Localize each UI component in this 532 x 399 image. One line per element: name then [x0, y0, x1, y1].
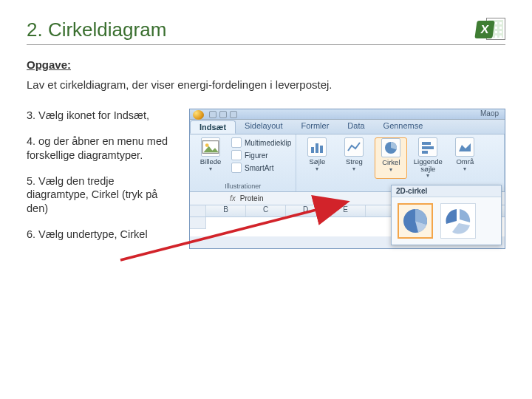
step-4: 4. og der åbner en menu med forskellige …: [27, 134, 174, 163]
step-5: 5. Vælg den tredje diagramtype, Cirkel (…: [27, 174, 174, 216]
pie-subtype-cirkel[interactable]: [398, 203, 433, 239]
svg-rect-7: [422, 146, 434, 149]
pie-gallery: 2D-cirkel: [391, 185, 502, 245]
svg-point-1: [205, 143, 209, 147]
svg-rect-8: [422, 151, 428, 154]
smartart-icon: [231, 163, 242, 173]
fx-icon[interactable]: fx: [225, 194, 240, 202]
group-charts: Søjle▾ Streg▾ Cirkel▾ Liggende søjl: [296, 134, 505, 191]
gallery-header: 2D-cirkel: [392, 185, 501, 197]
ribbon: Billede ▾ Multimedieklip Figurer SmartAr…: [190, 134, 505, 192]
step-3: 3. Vælg ikonet for Indsæt,: [27, 109, 174, 123]
btn-smartart[interactable]: SmartArt: [231, 163, 291, 173]
btn-billede[interactable]: Billede ▾: [194, 137, 227, 173]
tab-indsaet[interactable]: Indsæt: [190, 120, 236, 134]
chevron-down-icon: ▾: [209, 166, 212, 172]
tab-formler[interactable]: Formler: [292, 120, 338, 134]
picture-icon: [201, 137, 220, 157]
excel-logo: X: [479, 16, 505, 43]
tab-gennemse[interactable]: Gennemse: [375, 120, 433, 134]
btn-figurer[interactable]: Figurer: [231, 150, 291, 160]
btn-chart-streg[interactable]: Streg▾: [338, 137, 370, 179]
group-illustrations: Billede ▾ Multimedieklip Figurer SmartAr…: [190, 134, 296, 191]
ribbon-tabs: Indsæt Sidelayout Formler Data Gennemse: [190, 120, 505, 134]
step-6: 6. Vælg undertype, Cirkel: [27, 228, 174, 242]
btn-multimedieklip[interactable]: Multimedieklip: [231, 137, 291, 148]
area-chart-icon: [455, 137, 474, 157]
column-chart-icon: [307, 137, 327, 157]
svg-rect-2: [311, 147, 314, 153]
btn-chart-liggende[interactable]: Liggende søjle▾: [412, 137, 444, 179]
svg-rect-3: [316, 143, 318, 153]
app-title: Maop: [480, 109, 499, 117]
col-b[interactable]: B: [206, 205, 246, 216]
quick-access-toolbar[interactable]: [209, 111, 237, 118]
window-titlebar: Maop: [190, 109, 505, 120]
clip-icon: [231, 137, 242, 148]
svg-rect-6: [422, 142, 431, 145]
line-chart-icon: [344, 137, 364, 157]
pie-chart-icon: [381, 138, 400, 157]
row-header[interactable]: [190, 217, 206, 229]
col-c[interactable]: C: [246, 205, 286, 216]
col-d[interactable]: D: [286, 205, 326, 216]
col-e[interactable]: E: [326, 205, 366, 216]
office-button[interactable]: [193, 110, 204, 120]
task-text: Lav et cirkeldiagram, der viser energi-f…: [27, 78, 505, 91]
formula-value[interactable]: Protein: [240, 194, 264, 202]
btn-chart-omrade[interactable]: Områ▾: [449, 137, 481, 179]
shapes-icon: [231, 150, 242, 160]
tab-data[interactable]: Data: [338, 120, 374, 134]
subheading: Opgave:: [27, 58, 505, 71]
excel-screenshot: Maop Indsæt Sidelayout Formler Data Genn…: [189, 109, 505, 249]
btn-chart-sojle[interactable]: Søjle▾: [301, 137, 333, 179]
bar-chart-icon: [418, 137, 437, 157]
tab-sidelayout[interactable]: Sidelayout: [236, 120, 292, 134]
svg-rect-4: [320, 146, 323, 153]
btn-chart-cirkel[interactable]: Cirkel▾: [375, 137, 407, 179]
page-title: 2. Cirkeldiagram: [27, 18, 166, 41]
pie-subtype-exploded[interactable]: [440, 203, 476, 239]
